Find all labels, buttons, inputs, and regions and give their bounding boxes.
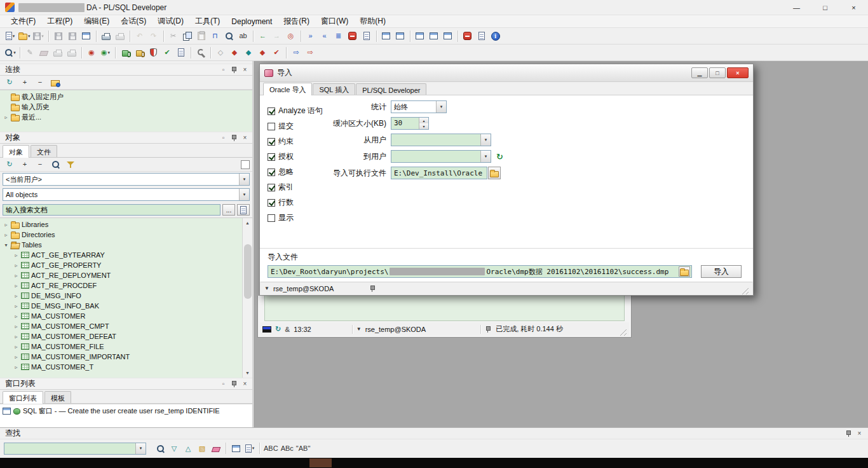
taskbar-item[interactable] <box>309 458 332 467</box>
menu-window[interactable]: 窗口(W) <box>315 15 354 28</box>
syntax-check-icon[interactable]: ✔ <box>160 46 174 60</box>
pin-icon[interactable] <box>485 326 492 333</box>
show-checkbox[interactable]: 显示 <box>268 212 323 223</box>
from-user-combo[interactable]: ▾ <box>391 134 491 146</box>
find-object-icon[interactable] <box>48 158 62 172</box>
current-user-combo[interactable]: <当前用户> ▾ <box>3 173 250 186</box>
tree-item[interactable]: ▹ MA_CUSTOMER_CMPT <box>0 321 242 331</box>
clamp-icon[interactable]: ⊓ <box>208 29 222 43</box>
rollback-icon[interactable] <box>132 46 146 60</box>
compile-icon[interactable] <box>146 46 160 60</box>
replace-icon[interactable]: ab <box>236 29 250 43</box>
menu-edit[interactable]: 编辑(E) <box>78 15 115 28</box>
close-panel-button[interactable]: × <box>240 380 250 389</box>
tree-item[interactable]: ▹ 最近... <box>0 112 252 122</box>
menu-tools[interactable]: 工具(T) <box>189 15 226 28</box>
find-next-icon[interactable] <box>153 441 167 455</box>
search-input[interactable] <box>3 204 220 216</box>
tab-window-list[interactable]: 窗口列表 <box>3 391 43 404</box>
tree-item[interactable]: ▹ DE_MSG_INFO <box>0 291 242 301</box>
commit-icon[interactable] <box>118 46 132 60</box>
tree-item[interactable]: ▹ ACT_RE_PROCDEF <box>0 280 242 291</box>
search-files-icon[interactable]: ▾ <box>243 441 257 455</box>
tree-item[interactable]: ▾ Tables <box>0 240 242 250</box>
rows-checkbox[interactable]: 行数 <box>268 197 323 208</box>
tree-item[interactable]: 载入固定用户 <box>0 92 252 102</box>
next-window-icon[interactable] <box>379 29 393 43</box>
filter-icon[interactable] <box>64 158 78 172</box>
chevron-down-icon[interactable]: ▾ <box>239 174 249 185</box>
indent-icon[interactable]: » <box>304 29 318 43</box>
direction-up-icon[interactable]: △ <box>181 441 195 455</box>
describe-icon[interactable] <box>174 46 188 60</box>
browse-file-button[interactable] <box>679 266 690 277</box>
step-into-icon[interactable]: ⇨ <box>289 46 303 60</box>
copy-icon[interactable] <box>180 29 194 43</box>
chevron-down-icon[interactable]: ▾ <box>480 134 491 146</box>
preferences-icon[interactable] <box>194 46 208 60</box>
search-list-button[interactable] <box>237 204 250 216</box>
more-button[interactable]: ... <box>222 204 235 216</box>
tree-item[interactable]: ▹ ACT_RE_DEPLOYMENT <box>0 270 242 280</box>
tab-oracle-import[interactable]: Oracle 导入 <box>263 83 312 95</box>
tree-item[interactable]: ▹ ACT_GE_PROPERTY <box>0 260 242 270</box>
dialog-close-button[interactable]: × <box>727 67 749 78</box>
tree-item[interactable]: ▹ MA_CUSTOMER_T <box>0 362 242 372</box>
scrollbar-thumb[interactable] <box>244 244 252 299</box>
to-user-combo[interactable]: ▾ <box>391 150 491 163</box>
outdent-icon[interactable]: « <box>318 29 332 43</box>
tree-item[interactable]: ▹ DE_MSG_INFO_BAK <box>0 301 242 311</box>
add-connection-icon[interactable]: + <box>18 76 32 90</box>
window-list-item[interactable]: SQL 窗口 - — Create the user create user r… <box>3 406 250 416</box>
remove-connection-icon[interactable]: − <box>33 76 47 90</box>
edit-data-icon[interactable]: ✎ <box>23 46 37 60</box>
maximize-button[interactable]: □ <box>811 0 839 15</box>
save-as-icon[interactable]: ▾ <box>32 29 46 43</box>
close-window-icon[interactable] <box>79 29 93 43</box>
watch-icon[interactable]: ◆ <box>241 46 255 60</box>
new-icon[interactable]: ▾ <box>3 29 17 43</box>
zoom-icon[interactable]: ▾ <box>3 46 17 60</box>
expand-icon[interactable]: + <box>18 158 32 172</box>
eraser-icon[interactable] <box>37 46 51 60</box>
dialog-titlebar[interactable]: 导入 ▁ □ × <box>260 64 753 82</box>
menu-session[interactable]: 会话(S) <box>115 15 152 28</box>
spin-up-icon[interactable]: ▴ <box>419 118 428 123</box>
close-panel-button[interactable]: × <box>240 65 250 74</box>
save-icon[interactable] <box>51 29 65 43</box>
statistics-combo[interactable]: 始终 ▾ <box>391 100 447 113</box>
float-button[interactable]: ▫ <box>219 65 228 74</box>
refresh-users-icon[interactable]: ↻ <box>496 152 503 162</box>
print-result-icon[interactable] <box>51 46 65 60</box>
pin-button[interactable] <box>229 134 239 142</box>
menu-deployment[interactable]: Deployment <box>226 16 278 27</box>
float-button[interactable]: ▫ <box>219 380 228 389</box>
indexes-checkbox[interactable]: 索引 <box>268 182 323 193</box>
tab-plsql-developer[interactable]: PL/SQL Developer <box>356 83 426 95</box>
auto-refresh-icon[interactable]: ↻ <box>275 325 281 333</box>
tree-item[interactable]: ▹ Directories <box>0 230 242 240</box>
color-indicator[interactable] <box>241 160 250 169</box>
import-file-input[interactable]: E:\Dev_Root\daryun\projects\ Oracle\dmp数… <box>268 265 692 278</box>
pin-button[interactable] <box>844 429 853 438</box>
export-icon[interactable] <box>65 46 79 60</box>
tree-item[interactable]: ▹ MA_CUSTOMER <box>0 311 242 321</box>
chevron-down-icon[interactable]: ▾ <box>436 101 446 113</box>
back-icon[interactable]: ← <box>256 29 270 43</box>
tree-item[interactable]: ▹ MA_CUSTOMER_DEFEAT <box>0 331 242 341</box>
pin-icon[interactable] <box>369 285 376 292</box>
test-icon[interactable]: ✔ <box>269 46 283 60</box>
resize-grip[interactable] <box>618 327 627 336</box>
undo-icon[interactable]: ↶ <box>133 29 147 43</box>
cut-icon[interactable]: ✂ <box>166 29 180 43</box>
refresh-objects-icon[interactable]: ↻ <box>3 158 17 172</box>
chevron-down-icon[interactable]: ▾ <box>239 189 249 200</box>
pin-button[interactable] <box>229 380 239 389</box>
highlight-icon[interactable]: ▧ <box>195 441 209 455</box>
find-icon[interactable] <box>222 29 236 43</box>
navigator-icon[interactable]: ◎ <box>284 29 298 43</box>
chevron-down-icon[interactable]: ▼ <box>264 286 269 291</box>
minimize-button[interactable]: — <box>782 0 811 15</box>
paste-icon[interactable] <box>194 29 208 43</box>
resize-grip[interactable] <box>740 286 749 294</box>
